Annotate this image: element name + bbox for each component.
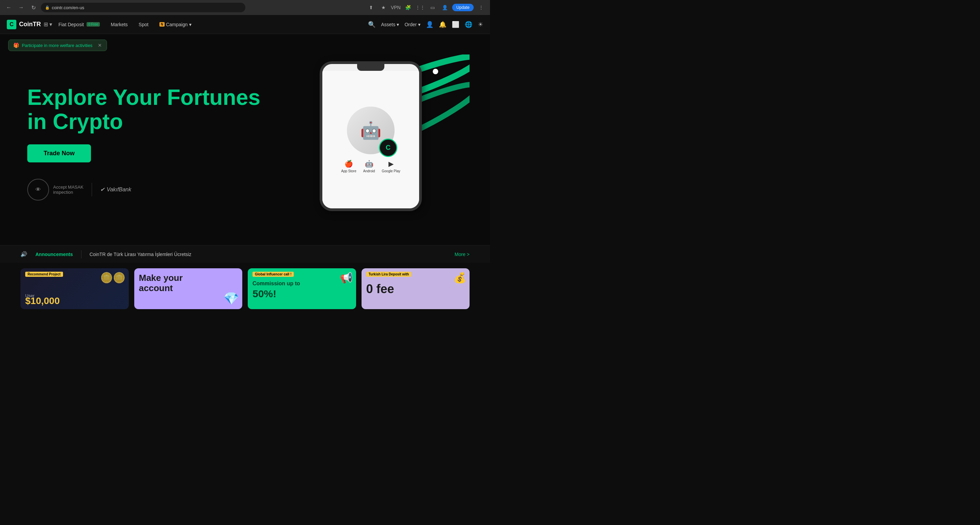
settings-icon[interactable]: ☀: [478, 21, 483, 28]
phone-mockup: 🤖 C 🍎 App Store 🤖 Android: [309, 54, 432, 218]
account-icon-decoration: 💎: [224, 292, 239, 306]
fiat-free-badge: 0 Free: [87, 22, 100, 27]
profile-icon[interactable]: 👤: [440, 3, 449, 12]
update-button[interactable]: Update: [452, 4, 474, 11]
mascot-illustration: 🤖 C: [347, 106, 395, 154]
nav-fiat-deposit[interactable]: Fiat Deposit 0 Free: [54, 19, 105, 30]
lira-fee: 0 fee: [366, 282, 394, 296]
badge-divider: [92, 183, 92, 197]
card-amount: $10,000: [25, 295, 60, 306]
grid-menu-icon[interactable]: ⊞ ▾: [44, 21, 52, 28]
welfare-text[interactable]: Participate in more welfare activities: [22, 43, 92, 48]
welfare-close-button[interactable]: ✕: [98, 43, 102, 48]
logo-text: CoinTR: [19, 21, 41, 28]
recommend-label: Recommend Project: [25, 272, 63, 277]
lira-deposit-card[interactable]: Turkish Lira Deposit with 0 fee 💰: [361, 268, 470, 309]
hero-right: 🤖 C 🍎 App Store 🤖 Android: [272, 54, 469, 218]
influencer-decoration: 📢: [340, 272, 353, 284]
user-icon[interactable]: 👤: [426, 21, 433, 28]
announcements-bar: 🔊 Announcements CoinTR de Türk Lirası Ya…: [0, 245, 490, 263]
announcements-label[interactable]: Announcements: [35, 252, 73, 257]
bookmark-icon[interactable]: ★: [379, 3, 388, 12]
address-bar[interactable]: 🔒 cointr.com/en-us: [41, 3, 245, 12]
nav-spot[interactable]: Spot: [134, 19, 153, 30]
url-text: cointr.com/en-us: [52, 5, 84, 10]
hero-left: Explore Your Fortunes in Crypto Trade No…: [27, 54, 272, 218]
announcements-text: CoinTR de Türk Lirası Yatırma İşlemleri …: [90, 252, 446, 257]
influencer-label: Global Influencer call !: [253, 272, 294, 277]
globe-icon[interactable]: 🌐: [465, 21, 472, 28]
nav-items: Fiat Deposit 0 Free Markets Spot N Campa…: [54, 19, 368, 30]
hero-section: Explore Your Fortunes in Crypto Trade No…: [0, 34, 490, 238]
announcements-more-button[interactable]: More >: [455, 252, 469, 257]
commission-line2: 50%!: [253, 288, 276, 300]
speaker-icon: 🔊: [21, 251, 27, 257]
make-account-card[interactable]: Make your account 💎: [134, 268, 243, 309]
tablet-icon[interactable]: ⬜: [452, 21, 459, 28]
assets-button[interactable]: Assets ▾: [381, 22, 399, 27]
masak-circle-icon: 👁: [27, 179, 49, 201]
masak-badge: 👁 Accept MASAK inspection: [27, 179, 83, 201]
app-store-apple[interactable]: 🍎 App Store: [341, 160, 356, 173]
search-icon[interactable]: 🔍: [368, 21, 375, 28]
phone-notch: [357, 64, 384, 71]
browser-back-button[interactable]: ←: [4, 3, 14, 12]
coins-decoration: 🪙🪙: [100, 272, 126, 284]
phone-body: 🤖 C 🍎 App Store 🤖 Android: [320, 61, 422, 211]
share-icon[interactable]: ⬆: [366, 3, 376, 12]
recommend-project-card[interactable]: Recommend Project User $10,000 🪙🪙: [21, 268, 129, 309]
browser-refresh-button[interactable]: ↻: [29, 3, 38, 12]
phone-screen: 🤖 C 🍎 App Store 🤖 Android: [322, 71, 419, 208]
lira-label: Turkish Lira Deposit with: [366, 272, 412, 277]
order-button[interactable]: Order ▾: [404, 22, 420, 27]
make-account-title: Make your account: [139, 273, 183, 293]
gift-icon: 🎁: [13, 43, 19, 48]
browser-forward-button[interactable]: →: [16, 3, 26, 12]
more-options-icon[interactable]: ⋮: [476, 3, 486, 12]
logo-icon: C: [7, 20, 16, 29]
grid-apps-icon[interactable]: ⋮⋮: [415, 3, 425, 12]
browser-chrome: ← → ↻ 🔒 cointr.com/en-us ⬆ ★ VPN 🧩 ⋮⋮ ▭ …: [0, 0, 490, 15]
nav-campaign[interactable]: N Campaign ▾: [155, 19, 196, 30]
main-content: 🎁 Participate in more welfare activities…: [0, 34, 490, 245]
coin-badge: C: [379, 139, 397, 157]
nav-markets[interactable]: Markets: [106, 19, 132, 30]
svg-point-2: [433, 69, 438, 74]
logo-area[interactable]: C CoinTR: [7, 20, 41, 29]
vakif-bank-logo: ✔ VakıfBank: [100, 186, 131, 193]
welfare-banner: 🎁 Participate in more welfare activities…: [8, 40, 107, 51]
cards-section: Recommend Project User $10,000 🪙🪙 Make y…: [0, 263, 490, 315]
lock-icon: 🔒: [45, 5, 50, 10]
vpn-icon[interactable]: VPN: [391, 3, 400, 12]
lira-decoration: 💰: [453, 272, 466, 284]
masak-text: Accept MASAK inspection: [53, 184, 83, 195]
app-store-row: 🍎 App Store 🤖 Android ▶ Google Play: [341, 160, 400, 173]
influencer-card[interactable]: Global Influencer call ! Commission up t…: [248, 268, 356, 309]
app-store-android[interactable]: 🤖 Android: [363, 160, 375, 173]
browser-actions: ⬆ ★ VPN 🧩 ⋮⋮ ▭ 👤 Update ⋮: [366, 3, 486, 12]
commission-line1: Commission up to: [253, 281, 300, 287]
trade-now-button[interactable]: Trade Now: [27, 144, 91, 162]
site-navigation: C CoinTR ⊞ ▾ Fiat Deposit 0 Free Markets…: [0, 15, 490, 34]
bell-icon[interactable]: 🔔: [439, 21, 446, 28]
nav-right: 🔍 Assets ▾ Order ▾ 👤 🔔 ⬜ 🌐 ☀: [368, 21, 483, 28]
extension-icon[interactable]: 🧩: [403, 3, 413, 12]
hero-title: Explore Your Fortunes in Crypto: [27, 86, 272, 133]
announcements-divider: [81, 250, 81, 259]
sidebar-icon[interactable]: ▭: [428, 3, 437, 12]
app-store-google[interactable]: ▶ Google Play: [382, 160, 400, 173]
hero-badges: 👁 Accept MASAK inspection ✔ VakıfBank: [27, 179, 272, 201]
